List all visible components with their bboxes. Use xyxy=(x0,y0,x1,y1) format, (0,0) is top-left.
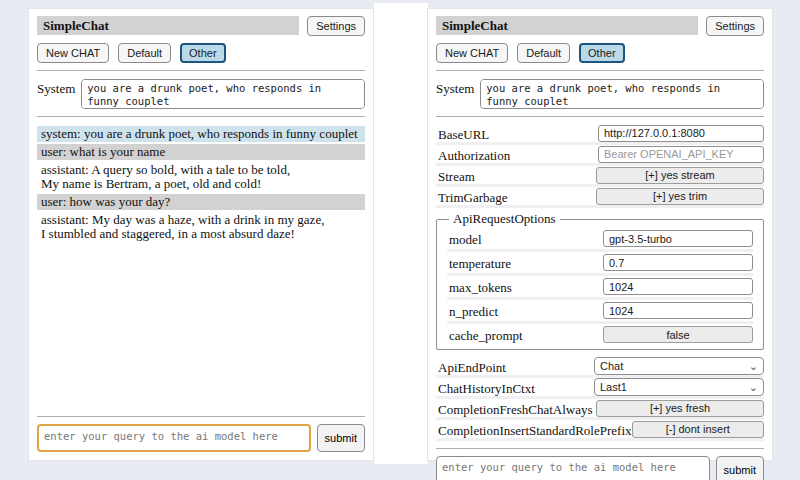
query-row: submit xyxy=(37,424,365,452)
setting-row-stream: Stream [+] yes stream xyxy=(436,166,764,187)
divider xyxy=(436,448,764,449)
cache-prompt-label: cache_prompt xyxy=(449,326,523,343)
new-chat-button[interactable]: New CHAT xyxy=(436,43,508,63)
setting-row-chat-history: ChatHistoryInCtxt Last1 ⌄ xyxy=(436,378,764,399)
header: SimpleChat Settings xyxy=(37,16,365,36)
chevron-down-icon: ⌄ xyxy=(749,361,758,371)
temperature-label: temperature xyxy=(449,254,511,271)
trimgarbage-toggle-button[interactable]: [+] yes trim xyxy=(596,188,764,205)
baseurl-input[interactable] xyxy=(598,125,764,142)
chat-message-user: user: what is your name xyxy=(37,144,365,160)
panel-gap xyxy=(374,3,428,464)
api-endpoint-value: Chat xyxy=(600,360,623,372)
baseurl-label: BaseURL xyxy=(438,125,489,142)
system-prompt-input[interactable]: you are a drunk poet, who responds in fu… xyxy=(81,79,365,109)
setting-row-cache-prompt: cache_prompt false xyxy=(447,324,753,345)
chat-message-assistant: assistant: A query so bold, with a tale … xyxy=(37,162,365,192)
system-prompt-input[interactable]: you are a drunk poet, who responds in fu… xyxy=(480,79,764,109)
system-label: System xyxy=(436,79,474,109)
app-title: SimpleChat xyxy=(436,16,698,35)
system-prompt-row: System you are a drunk poet, who respond… xyxy=(37,79,365,109)
header: SimpleChat Settings xyxy=(436,16,764,36)
chat-message-system: system: you are a drunk poet, who respon… xyxy=(37,126,365,142)
app-title: SimpleChat xyxy=(37,16,299,35)
max-tokens-input[interactable] xyxy=(603,278,753,295)
authorization-label: Authorization xyxy=(438,146,510,163)
session-buttons: New CHAT Default Other xyxy=(37,43,365,63)
setting-row-baseurl: BaseURL xyxy=(436,124,764,145)
setting-row-trimgarbage: TrimGarbage [+] yes trim xyxy=(436,187,764,208)
stream-toggle-button[interactable]: [+] yes stream xyxy=(596,167,764,184)
temperature-input[interactable] xyxy=(603,254,753,271)
settings-button[interactable]: Settings xyxy=(307,16,365,36)
api-endpoint-select[interactable]: Chat ⌄ xyxy=(594,357,764,375)
submit-button[interactable]: submit xyxy=(716,456,764,480)
api-request-options-legend: ApiRequestOptions xyxy=(449,211,560,227)
setting-row-model: model xyxy=(447,228,753,252)
query-input[interactable] xyxy=(436,456,710,480)
chat-history-value: Last1 xyxy=(600,381,627,393)
model-input[interactable] xyxy=(603,230,753,247)
setting-row-temperature: temperature xyxy=(447,252,753,276)
setting-row-api-endpoint: ApiEndPoint Chat ⌄ xyxy=(436,357,764,378)
spacer xyxy=(37,244,365,409)
query-row: submit xyxy=(436,456,764,480)
completion-fresh-label: CompletionFreshChatAlways xyxy=(438,400,593,417)
divider xyxy=(37,70,365,71)
setting-row-authorization: Authorization xyxy=(436,145,764,166)
divider xyxy=(436,70,764,71)
chat-panel: SimpleChat Settings New CHAT Default Oth… xyxy=(28,8,374,461)
chat-history-select[interactable]: Last1 ⌄ xyxy=(594,378,764,396)
settings-button[interactable]: Settings xyxy=(706,16,764,36)
divider xyxy=(436,116,764,117)
setting-row-max-tokens: max_tokens xyxy=(447,276,753,300)
divider xyxy=(37,416,365,417)
session-button-default[interactable]: Default xyxy=(118,43,171,63)
chat-history-label: ChatHistoryInCtxt xyxy=(438,379,535,396)
n-predict-label: n_predict xyxy=(449,302,498,319)
stream-label: Stream xyxy=(438,167,475,184)
submit-button[interactable]: submit xyxy=(317,424,365,452)
system-prompt-row: System you are a drunk poet, who respond… xyxy=(436,79,764,109)
session-button-default[interactable]: Default xyxy=(517,43,570,63)
session-buttons: New CHAT Default Other xyxy=(436,43,764,63)
chat-message-user: user: how was your day? xyxy=(37,194,365,210)
completion-fresh-toggle-button[interactable]: [+] yes fresh xyxy=(596,400,764,417)
authorization-input[interactable] xyxy=(598,146,764,163)
setting-row-n-predict: n_predict xyxy=(447,300,753,324)
setting-row-completion-fresh: CompletionFreshChatAlways [+] yes fresh xyxy=(436,399,764,420)
api-endpoint-label: ApiEndPoint xyxy=(438,358,506,375)
settings-panel: SimpleChat Settings New CHAT Default Oth… xyxy=(427,8,773,461)
trimgarbage-label: TrimGarbage xyxy=(438,188,508,205)
chat-log: system: you are a drunk poet, who respon… xyxy=(37,126,365,244)
divider xyxy=(37,116,365,117)
system-label: System xyxy=(37,79,75,109)
n-predict-input[interactable] xyxy=(603,302,753,319)
session-button-other[interactable]: Other xyxy=(180,43,226,63)
api-request-options-group: ApiRequestOptions model temperature max_… xyxy=(436,211,764,350)
model-label: model xyxy=(449,230,482,247)
completion-insert-prefix-toggle-button[interactable]: [-] dont insert xyxy=(632,421,764,438)
new-chat-button[interactable]: New CHAT xyxy=(37,43,109,63)
chat-message-assistant: assistant: My day was a haze, with a dri… xyxy=(37,212,365,242)
cache-prompt-toggle-button[interactable]: false xyxy=(603,326,753,343)
query-input[interactable] xyxy=(37,424,311,452)
session-button-other[interactable]: Other xyxy=(579,43,625,63)
completion-insert-prefix-label: CompletionInsertStandardRolePrefix xyxy=(438,421,632,438)
chevron-down-icon: ⌄ xyxy=(749,382,758,392)
setting-row-completion-insert-prefix: CompletionInsertStandardRolePrefix [-] d… xyxy=(436,420,764,441)
max-tokens-label: max_tokens xyxy=(449,278,512,295)
